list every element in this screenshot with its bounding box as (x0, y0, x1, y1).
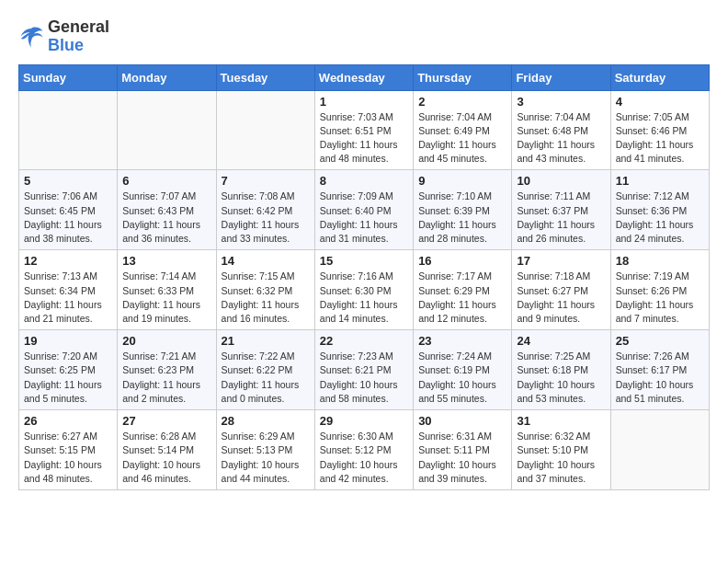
logo: General Blue (18, 18, 109, 55)
column-header-saturday: Saturday (610, 64, 709, 90)
day-number: 28 (222, 414, 310, 428)
day-info: Sunrise: 7:08 AM Sunset: 6:42 PM Dayligh… (222, 190, 310, 246)
calendar-cell: 25Sunrise: 7:26 AM Sunset: 6:17 PM Dayli… (610, 330, 709, 410)
day-number: 16 (418, 254, 506, 268)
day-number: 8 (320, 174, 408, 188)
calendar-cell: 27Sunrise: 6:28 AM Sunset: 5:14 PM Dayli… (118, 410, 216, 490)
day-number: 29 (320, 414, 408, 428)
column-header-thursday: Thursday (414, 64, 512, 90)
day-info: Sunrise: 6:30 AM Sunset: 5:12 PM Dayligh… (320, 430, 408, 486)
logo-text: General Blue (48, 18, 109, 55)
calendar-cell: 4Sunrise: 7:05 AM Sunset: 6:46 PM Daylig… (610, 90, 709, 170)
page-header: General Blue (18, 18, 710, 55)
day-number: 22 (320, 334, 408, 348)
day-info: Sunrise: 7:09 AM Sunset: 6:40 PM Dayligh… (320, 190, 408, 246)
day-info: Sunrise: 7:20 AM Sunset: 6:25 PM Dayligh… (24, 350, 112, 406)
day-number: 5 (24, 174, 112, 188)
day-info: Sunrise: 7:11 AM Sunset: 6:37 PM Dayligh… (517, 190, 605, 246)
day-number: 25 (616, 334, 704, 348)
calendar-cell: 30Sunrise: 6:31 AM Sunset: 5:11 PM Dayli… (414, 410, 512, 490)
calendar-cell: 20Sunrise: 7:21 AM Sunset: 6:23 PM Dayli… (118, 330, 216, 410)
day-number: 18 (616, 254, 704, 268)
calendar-cell: 5Sunrise: 7:06 AM Sunset: 6:45 PM Daylig… (19, 170, 118, 250)
calendar-cell: 14Sunrise: 7:15 AM Sunset: 6:32 PM Dayli… (216, 250, 314, 330)
day-number: 11 (616, 174, 704, 188)
day-info: Sunrise: 7:19 AM Sunset: 6:26 PM Dayligh… (616, 270, 704, 326)
calendar-cell: 15Sunrise: 7:16 AM Sunset: 6:30 PM Dayli… (314, 250, 413, 330)
calendar-cell: 19Sunrise: 7:20 AM Sunset: 6:25 PM Dayli… (19, 330, 118, 410)
calendar-cell: 9Sunrise: 7:10 AM Sunset: 6:39 PM Daylig… (414, 170, 512, 250)
calendar-cell: 11Sunrise: 7:12 AM Sunset: 6:36 PM Dayli… (610, 170, 709, 250)
calendar-cell: 10Sunrise: 7:11 AM Sunset: 6:37 PM Dayli… (512, 170, 610, 250)
day-info: Sunrise: 7:21 AM Sunset: 6:23 PM Dayligh… (122, 350, 210, 406)
day-number: 7 (222, 174, 310, 188)
calendar-cell: 17Sunrise: 7:18 AM Sunset: 6:27 PM Dayli… (512, 250, 610, 330)
day-info: Sunrise: 7:06 AM Sunset: 6:45 PM Dayligh… (24, 190, 112, 246)
week-row-3: 12Sunrise: 7:13 AM Sunset: 6:34 PM Dayli… (19, 250, 710, 330)
calendar-cell: 22Sunrise: 7:23 AM Sunset: 6:21 PM Dayli… (314, 330, 413, 410)
week-row-1: 1Sunrise: 7:03 AM Sunset: 6:51 PM Daylig… (19, 90, 710, 170)
day-number: 9 (418, 174, 506, 188)
calendar-cell: 24Sunrise: 7:25 AM Sunset: 6:18 PM Dayli… (512, 330, 610, 410)
day-number: 26 (24, 414, 112, 428)
day-info: Sunrise: 7:23 AM Sunset: 6:21 PM Dayligh… (320, 350, 408, 406)
calendar-cell: 28Sunrise: 6:29 AM Sunset: 5:13 PM Dayli… (216, 410, 314, 490)
day-number: 13 (122, 254, 210, 268)
week-row-2: 5Sunrise: 7:06 AM Sunset: 6:45 PM Daylig… (19, 170, 710, 250)
day-info: Sunrise: 7:04 AM Sunset: 6:49 PM Dayligh… (418, 110, 506, 167)
day-info: Sunrise: 7:05 AM Sunset: 6:46 PM Dayligh… (616, 110, 704, 167)
column-header-tuesday: Tuesday (216, 64, 314, 90)
day-number: 1 (320, 95, 408, 109)
column-header-wednesday: Wednesday (314, 64, 413, 90)
day-number: 19 (24, 334, 112, 348)
column-header-sunday: Sunday (19, 64, 118, 90)
day-info: Sunrise: 7:25 AM Sunset: 6:18 PM Dayligh… (517, 350, 605, 406)
day-number: 31 (517, 414, 605, 428)
calendar-cell: 21Sunrise: 7:22 AM Sunset: 6:22 PM Dayli… (216, 330, 314, 410)
calendar-cell (19, 90, 118, 170)
day-info: Sunrise: 7:16 AM Sunset: 6:30 PM Dayligh… (320, 270, 408, 326)
day-info: Sunrise: 7:04 AM Sunset: 6:48 PM Dayligh… (517, 110, 605, 167)
day-number: 23 (418, 334, 506, 348)
day-info: Sunrise: 7:03 AM Sunset: 6:51 PM Dayligh… (320, 110, 408, 167)
calendar-cell: 7Sunrise: 7:08 AM Sunset: 6:42 PM Daylig… (216, 170, 314, 250)
day-number: 30 (418, 414, 506, 428)
day-info: Sunrise: 7:15 AM Sunset: 6:32 PM Dayligh… (222, 270, 310, 326)
calendar-cell (216, 90, 314, 170)
day-info: Sunrise: 6:29 AM Sunset: 5:13 PM Dayligh… (222, 430, 310, 486)
day-number: 12 (24, 254, 112, 268)
calendar-cell: 6Sunrise: 7:07 AM Sunset: 6:43 PM Daylig… (118, 170, 216, 250)
day-info: Sunrise: 7:12 AM Sunset: 6:36 PM Dayligh… (616, 190, 704, 246)
day-info: Sunrise: 6:31 AM Sunset: 5:11 PM Dayligh… (418, 430, 506, 486)
day-info: Sunrise: 7:24 AM Sunset: 6:19 PM Dayligh… (418, 350, 506, 406)
day-number: 6 (122, 174, 210, 188)
calendar-cell: 8Sunrise: 7:09 AM Sunset: 6:40 PM Daylig… (314, 170, 413, 250)
calendar-table: SundayMondayTuesdayWednesdayThursdayFrid… (18, 64, 710, 490)
day-number: 27 (122, 414, 210, 428)
day-info: Sunrise: 7:10 AM Sunset: 6:39 PM Dayligh… (418, 190, 506, 246)
day-info: Sunrise: 7:07 AM Sunset: 6:43 PM Dayligh… (122, 190, 210, 246)
calendar-cell: 3Sunrise: 7:04 AM Sunset: 6:48 PM Daylig… (512, 90, 610, 170)
calendar-cell: 2Sunrise: 7:04 AM Sunset: 6:49 PM Daylig… (414, 90, 512, 170)
calendar-cell: 12Sunrise: 7:13 AM Sunset: 6:34 PM Dayli… (19, 250, 118, 330)
day-number: 2 (418, 95, 506, 109)
day-info: Sunrise: 7:17 AM Sunset: 6:29 PM Dayligh… (418, 270, 506, 326)
day-number: 20 (122, 334, 210, 348)
day-info: Sunrise: 6:28 AM Sunset: 5:14 PM Dayligh… (122, 430, 210, 486)
calendar-cell: 16Sunrise: 7:17 AM Sunset: 6:29 PM Dayli… (414, 250, 512, 330)
day-number: 15 (320, 254, 408, 268)
column-header-monday: Monday (118, 64, 216, 90)
day-number: 10 (517, 174, 605, 188)
calendar-cell: 18Sunrise: 7:19 AM Sunset: 6:26 PM Dayli… (610, 250, 709, 330)
day-number: 17 (517, 254, 605, 268)
calendar-cell: 1Sunrise: 7:03 AM Sunset: 6:51 PM Daylig… (314, 90, 413, 170)
day-info: Sunrise: 7:22 AM Sunset: 6:22 PM Dayligh… (222, 350, 310, 406)
day-info: Sunrise: 7:14 AM Sunset: 6:33 PM Dayligh… (122, 270, 210, 326)
calendar-cell (118, 90, 216, 170)
day-number: 14 (222, 254, 310, 268)
calendar-cell (610, 410, 709, 490)
day-info: Sunrise: 6:27 AM Sunset: 5:15 PM Dayligh… (24, 430, 112, 486)
calendar-cell: 31Sunrise: 6:32 AM Sunset: 5:10 PM Dayli… (512, 410, 610, 490)
day-number: 3 (517, 95, 605, 109)
calendar-cell: 29Sunrise: 6:30 AM Sunset: 5:12 PM Dayli… (314, 410, 413, 490)
